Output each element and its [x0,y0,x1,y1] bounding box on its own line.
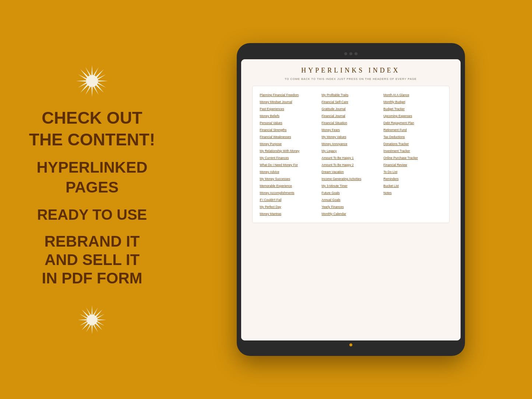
link-item[interactable]: My Relationship With Money [260,148,318,154]
link-item[interactable]: Money Purpose [260,141,318,147]
svg-point-16 [86,75,98,87]
link-item[interactable]: Money Beliefs [260,113,318,119]
index-subtitle: TO COME BACK TO THIS INDEX JUST PRESS ON… [252,77,450,81]
link-item[interactable]: What Do I Need Money For [260,162,318,168]
link-item[interactable]: Annual Goals [322,197,380,203]
link-item[interactable]: Amount To Be Happy 2 [322,162,380,168]
tablet-home-dot [349,343,352,346]
headline-hyperlinked: HYPERLINKED [36,159,147,176]
link-item[interactable]: Debt Repayment Plan [384,120,442,126]
link-item[interactable]: Bucket List [384,183,442,189]
link-item[interactable]: My Money Values [322,134,380,140]
tablet-screen: HYPERLINKS INDEX TO COME BACK TO THIS IN… [241,59,461,340]
link-item[interactable]: If I Couldn't Fail [260,197,318,203]
link-item[interactable]: Financial Review [384,162,442,168]
link-item[interactable]: Personal Values [260,120,318,126]
tablet-device: HYPERLINKS INDEX TO COME BACK TO THIS IN… [237,43,465,356]
top-sun-icon [75,64,109,98]
link-item[interactable]: My Profitable Traits [322,92,380,98]
headline-pages: PAGES [66,179,119,196]
link-item[interactable]: Money Mantras [260,211,318,217]
link-item[interactable]: Online Purchase Tracker [384,155,442,161]
link-item[interactable]: Money Annoyance [322,141,380,147]
link-item[interactable]: To Do List [384,169,442,175]
link-item[interactable]: Gratitude Journal [322,106,380,112]
link-item[interactable]: Budget Tracker [384,106,442,112]
link-item[interactable]: My Current Finances [260,155,318,161]
headline-check-out: CHECK OUT [42,109,142,127]
headline-rebrand: REBRAND IT [44,233,140,250]
link-item[interactable]: Financial Self-Care [322,99,380,105]
link-item[interactable]: Financial Situation [322,120,380,126]
camera-dot-3 [355,52,357,55]
link-item[interactable]: Tax Deductions [384,134,442,140]
link-item[interactable]: Financial Weaknesses [260,134,318,140]
link-item[interactable]: Investment Tracker [384,148,442,154]
link-item[interactable]: Monthly Calendar [322,211,380,217]
link-item[interactable]: Planning Financial Freedom [260,92,318,98]
link-item[interactable]: Money Advice [260,169,318,175]
link-item[interactable]: Amount To Be Happy 1 [322,155,380,161]
camera-dot-1 [344,52,347,55]
link-item[interactable]: Financial Strengths [260,127,318,133]
headline-the-content: THE CONTENT! [29,130,155,149]
camera-dot-2 [349,52,352,55]
link-item[interactable]: Reminders [384,176,442,182]
index-title: HYPERLINKS INDEX [252,67,450,74]
screen-content: HYPERLINKS INDEX TO COME BACK TO THIS IN… [241,59,461,340]
link-item[interactable]: Dream Vacation [322,169,380,175]
headline-ready: READY TO USE [37,206,147,223]
link-item[interactable]: Monthly Budget [384,99,442,105]
headline-in-pdf: IN PDF FORM [42,270,142,287]
link-item[interactable]: My Money Successes [260,176,318,182]
link-item[interactable]: Yearly Finances [322,204,380,210]
link-item[interactable]: Memorable Experience [260,183,318,189]
link-item[interactable]: Future Goals [322,190,380,196]
svg-point-33 [87,315,98,325]
left-panel: CHECK OUT THE CONTENT! HYPERLINKED PAGES… [0,0,184,399]
link-item[interactable]: Money Accomplishments [260,190,318,196]
link-item[interactable]: Money Mindset Journal [260,99,318,105]
link-item[interactable]: My Perfect Day [260,204,318,210]
right-panel: HYPERLINKS INDEX TO COME BACK TO THIS IN… [184,43,532,356]
tablet-home-area [241,340,461,349]
tablet-camera-area [241,50,461,58]
link-item[interactable]: Financial Journal [322,113,380,119]
link-item[interactable]: Retirement Fund [384,127,442,133]
links-container: Planning Financial FreedomMoney Mindset … [252,86,450,223]
bottom-sun-icon [77,305,107,335]
link-item[interactable]: Notes [384,190,442,196]
link-item[interactable]: Money Fears [322,127,380,133]
link-item[interactable]: Upcoming Expenses [384,113,442,119]
link-item[interactable]: My 3-Minute Timer [322,183,380,189]
headline-and-sell: AND SELL IT [45,251,140,268]
link-item[interactable]: Month At A Glance [384,92,442,98]
link-item[interactable]: My Legacy [322,148,380,154]
link-item[interactable]: Donations Tracker [384,141,442,147]
link-item[interactable]: Income Generating Activities [322,176,380,182]
link-item[interactable]: Past Experiences [260,106,318,112]
